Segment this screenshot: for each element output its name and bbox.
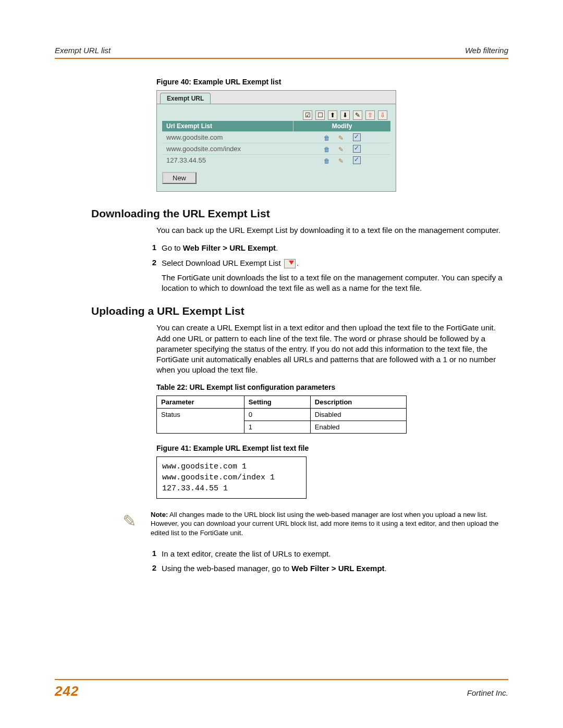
url-cell: 127.33.44.55 <box>162 155 293 166</box>
th-setting: Setting <box>244 396 310 408</box>
trash-icon[interactable] <box>324 145 331 153</box>
enabled-checkbox[interactable] <box>353 133 361 141</box>
step-2: 2 Select Download URL Exempt List . <box>141 258 508 268</box>
enabled-checkbox[interactable] <box>353 145 361 153</box>
tab-strip: Exempt URL <box>157 91 396 104</box>
step-text: Go to <box>162 243 183 252</box>
table-row: Status 0 Disabled <box>157 408 407 421</box>
table22-caption: Table 22: URL Exempt list configuration … <box>156 383 508 391</box>
enabled-checkbox[interactable] <box>353 156 361 164</box>
url-cell: www.goodsite.com <box>162 132 293 143</box>
page-number: 242 <box>55 683 79 699</box>
note-icon: ✎ <box>123 510 142 538</box>
edit-icon[interactable] <box>338 134 346 141</box>
step-number: 2 <box>141 258 162 268</box>
trash-icon[interactable] <box>324 157 331 164</box>
note-body: All changes made to the URL block list u… <box>151 511 498 537</box>
figure41-caption: Figure 41: Example URL Exempt list text … <box>156 444 508 452</box>
export-down-icon[interactable]: ⇩ <box>378 110 387 120</box>
table-row: 127.33.44.55 <box>162 154 390 166</box>
td-description: Disabled <box>310 408 406 421</box>
grid-header: Url Exempt List Modify <box>162 121 390 131</box>
upload-icon[interactable]: ⬆ <box>328 110 337 120</box>
step-text: . <box>385 564 387 573</box>
edit-icon[interactable] <box>338 145 346 153</box>
step-number: 2 <box>141 563 162 574</box>
upload-step-1: 1 In a text editor, create the list of U… <box>141 549 508 559</box>
header-right: Web filtering <box>465 46 508 55</box>
trash-icon[interactable] <box>324 134 331 141</box>
upload-intro: You can create a URL Exempt list in a te… <box>156 323 508 375</box>
td-parameter: Status <box>157 408 244 433</box>
check-all-icon[interactable]: ☑ <box>303 110 312 120</box>
figure40-caption: Figure 40: Example URL Exempt list <box>156 78 508 86</box>
uncheck-all-icon[interactable]: ☐ <box>315 110 325 120</box>
heading-uploading: Uploading a URL Exempt List <box>91 305 508 317</box>
step-text: . <box>297 258 299 267</box>
page-footer: 242 Fortinet Inc. <box>55 679 508 699</box>
step-text: In a text editor, create the list of URL… <box>162 549 508 559</box>
step-text: Using the web-based manager, go to <box>162 564 291 573</box>
folder-icon[interactable]: ✎ <box>353 110 362 120</box>
step-bold: Web Filter > URL Exempt <box>291 564 384 573</box>
note-block: ✎ Note: All changes made to the URL bloc… <box>123 510 508 538</box>
table-row: www.goodsite.com/index <box>162 143 390 154</box>
param-table: Parameter Setting Description Status 0 D… <box>156 396 407 434</box>
col-header-url: Url Exempt List <box>162 121 293 131</box>
step-2-continuation: The FortiGate unit downloads the list to… <box>162 273 508 294</box>
download-icon[interactable]: ⬇ <box>340 110 350 120</box>
export-up-icon[interactable]: ⇧ <box>365 110 375 120</box>
note-label: Note: <box>151 511 168 519</box>
step-number: 1 <box>141 243 162 253</box>
col-header-modify: Modify <box>293 121 390 131</box>
download-intro: You can back up the URL Exempt List by d… <box>156 225 508 236</box>
step-text: . <box>276 243 278 252</box>
step-1: 1 Go to Web Filter > URL Exempt. <box>141 243 508 253</box>
td-setting: 0 <box>244 408 310 421</box>
upload-step-2: 2 Using the web-based manager, go to Web… <box>141 563 508 574</box>
td-setting: 1 <box>244 421 310 433</box>
step-bold: Web Filter > URL Exempt <box>183 243 276 252</box>
new-button[interactable]: New <box>162 172 197 184</box>
th-parameter: Parameter <box>157 396 244 408</box>
heading-downloading: Downloading the URL Exempt List <box>91 207 508 220</box>
company-name: Fortinet Inc. <box>467 688 508 697</box>
edit-icon[interactable] <box>338 157 346 164</box>
table-row: www.goodsite.com <box>162 131 390 143</box>
step-number: 1 <box>141 549 162 559</box>
running-header: Exempt URL list Web filtering <box>55 46 508 59</box>
exempt-url-screenshot: Exempt URL ☑ ☐ ⬆ ⬇ ✎ ⇧ ⇩ Url Exempt List… <box>156 90 396 192</box>
th-description: Description <box>310 396 406 408</box>
toolbar: ☑ ☐ ⬆ ⬇ ✎ ⇧ ⇩ <box>162 108 390 121</box>
download-list-icon <box>284 259 296 268</box>
td-description: Enabled <box>310 421 406 433</box>
url-cell: www.goodsite.com/index <box>162 143 293 154</box>
step-text: Select Download URL Exempt List <box>162 258 283 267</box>
header-left: Exempt URL list <box>55 46 111 55</box>
code-example: www.goodsite.com 1 www.goodsite.com/inde… <box>156 456 307 499</box>
tab-exempt-url[interactable]: Exempt URL <box>160 93 211 104</box>
